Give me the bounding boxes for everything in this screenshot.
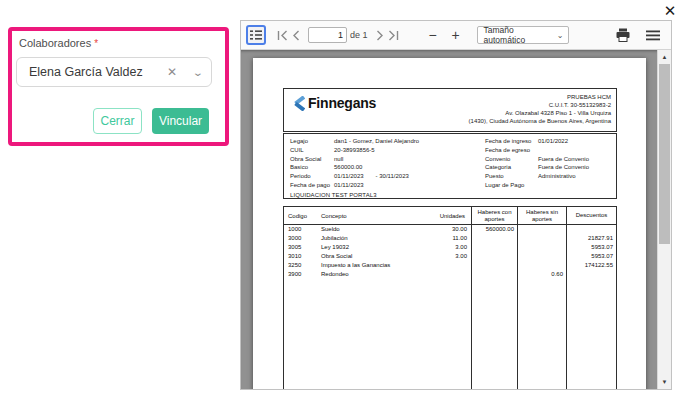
paytable-body: 1000Sueldo30.00560000.003000Jubilación11…: [284, 225, 616, 389]
column-header: Haberes con aportes: [471, 207, 517, 224]
scroll-down-icon[interactable]: ▼: [658, 379, 671, 385]
table-cell: Jubilación: [320, 234, 432, 243]
info-row: CategoriaFuera de Convenio: [485, 164, 589, 173]
zoom-in-button[interactable]: +: [448, 26, 464, 44]
zoom-select[interactable]: Tamaño automático ⌄: [477, 26, 569, 44]
page-count-label: de 1: [350, 30, 368, 40]
zoom-out-button[interactable]: −: [425, 26, 441, 44]
company-info-line: Av. Olazabal 4328 Piso 1 - Villa Urquiza: [469, 109, 611, 117]
filler-cell: [517, 279, 566, 389]
next-page-button[interactable]: [373, 26, 387, 44]
info-label: Categoria: [485, 164, 538, 173]
employee-info-right: Fecha de ingreso01/01/2022Fecha de egres…: [485, 138, 589, 191]
sidebar-toggle-button[interactable]: [246, 25, 266, 45]
table-cell: 3000: [284, 234, 320, 243]
filler-cell: [432, 279, 471, 389]
paytable-header: CodigoConceptoUnidadesHaberes con aporte…: [284, 207, 616, 225]
table-cell: 1000: [284, 225, 320, 234]
info-row: Fecha de ingreso01/01/2022: [485, 138, 589, 147]
page-number-input[interactable]: [308, 27, 347, 43]
company-info-line: C.U.I.T. 30-55132983-2: [469, 101, 611, 109]
info-label: Convenio: [485, 156, 538, 165]
table-cell: 0.60: [517, 270, 566, 279]
info-row: Legajodan1 - Gomez, Daniel Alejandro: [290, 138, 419, 147]
info-row: Lugar de Pago: [485, 182, 589, 191]
filler-cell: [471, 279, 517, 389]
info-label: Periodo: [290, 173, 334, 182]
liquidacion-title: LIQUIDACION TEST PORTAL3: [290, 192, 377, 198]
table-row: 3250Impuesto a las Ganancias174122.55: [284, 261, 616, 270]
info-label: Puesto: [485, 173, 538, 182]
column-header: Unidades: [432, 207, 471, 224]
filler-cell: [566, 279, 616, 389]
logo-text: Finnegans: [308, 95, 376, 111]
info-row: Obra Socialnull: [290, 156, 419, 165]
last-page-button[interactable]: [387, 26, 401, 44]
info-row: Fecha de pago01/11/2023: [290, 182, 419, 191]
table-cell: 560000.00: [471, 225, 517, 234]
pdf-viewer: de 1 − + Tamaño automático ⌄: [240, 20, 672, 390]
table-cell: 3.00: [432, 243, 471, 252]
scroll-up-icon[interactable]: ▲: [658, 54, 671, 60]
previous-page-button[interactable]: [289, 26, 303, 44]
info-value: - 30/11/2023: [376, 173, 409, 182]
next-page-icon: [375, 30, 384, 41]
table-cell: [471, 252, 517, 261]
required-asterisk: *: [94, 38, 98, 49]
info-value: 01/01/2022: [538, 138, 568, 147]
info-label: Obra Social: [290, 156, 334, 165]
info-row: ConvenioFuera de Convenio: [485, 156, 589, 165]
table-cell: Redondeo: [320, 270, 432, 279]
collaborators-label: Colaboradores*: [19, 37, 98, 49]
info-value: 20-38993856-5: [334, 147, 375, 156]
print-button[interactable]: [613, 25, 633, 45]
table-cell: [471, 234, 517, 243]
company-info-line: (1430), Ciudad Autónoma de Buenos Aires,…: [469, 117, 611, 125]
table-cell: 30.00: [432, 225, 471, 234]
table-cell: 3900: [284, 270, 320, 279]
table-cell: [517, 225, 566, 234]
menu-button[interactable]: [643, 25, 663, 45]
finnegans-logo: Finnegans: [292, 95, 376, 111]
close-icon[interactable]: ✕: [658, 0, 682, 22]
info-value: 01/11/2023: [334, 173, 364, 182]
vincular-button[interactable]: Vincular: [152, 108, 209, 134]
first-page-icon: [277, 30, 288, 41]
print-icon: [616, 28, 630, 42]
table-cell: [517, 234, 566, 243]
info-value: 560000.00: [334, 164, 362, 173]
collaborator-modal: Colaboradores* Elena García Valdez ✕ ⌄ C…: [8, 27, 229, 146]
table-row: 3900Redondeo0.60: [284, 270, 616, 279]
scrollbar-thumb[interactable]: [659, 64, 670, 244]
info-row: CUIL20-38993856-5: [290, 147, 419, 156]
info-label: Fecha de ingreso: [485, 138, 538, 147]
table-cell: 3250: [284, 261, 320, 270]
pay-items-table: CodigoConceptoUnidadesHaberes con aporte…: [283, 206, 617, 389]
table-cell: 11.00: [432, 234, 471, 243]
info-label: Basico: [290, 164, 334, 173]
table-cell: [432, 270, 471, 279]
company-info-line: PRUEBAS HCM: [469, 93, 611, 101]
table-cell: [432, 261, 471, 270]
table-cell: [471, 243, 517, 252]
table-cell: 174122.55: [566, 261, 616, 270]
table-row: 3005Ley 190323.005953.07: [284, 243, 616, 252]
chevron-down-icon[interactable]: ⌄: [180, 67, 216, 78]
employee-info-left: Legajodan1 - Gomez, Daniel AlejandroCUIL…: [290, 138, 419, 191]
previous-page-icon: [292, 30, 301, 41]
info-value: Fuera de Convenio: [538, 164, 589, 173]
info-value: Fuera de Convenio: [538, 156, 589, 165]
info-label: Lugar de Pago: [485, 182, 538, 191]
vertical-scrollbar[interactable]: ▲ ▼: [657, 50, 671, 389]
collaborator-select[interactable]: Elena García Valdez ✕ ⌄: [16, 57, 212, 87]
zoom-select-chevron-icon: ⌄: [557, 31, 564, 40]
cerrar-button[interactable]: Cerrar: [93, 108, 142, 134]
info-label: Fecha de pago: [290, 182, 334, 191]
collaborators-label-text: Colaboradores: [19, 37, 91, 49]
table-row: 1000Sueldo30.00560000.00: [284, 225, 616, 234]
table-cell: [566, 225, 616, 234]
table-cell: [517, 243, 566, 252]
first-page-button[interactable]: [275, 26, 289, 44]
table-cell: 21827.91: [566, 234, 616, 243]
hamburger-menu-icon: [646, 30, 660, 41]
